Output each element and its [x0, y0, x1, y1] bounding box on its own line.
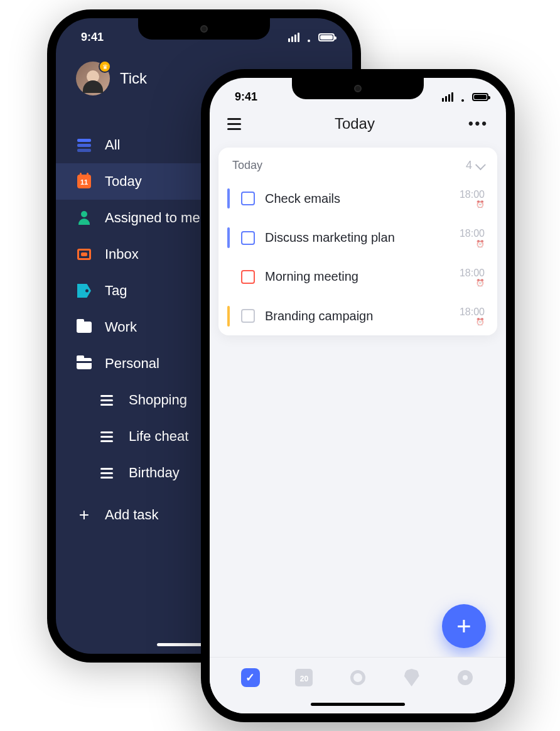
calendar-icon: 20	[295, 669, 313, 686]
task-row[interactable]: Branding campaign18:00⏰	[218, 296, 497, 335]
section-count: 4	[466, 159, 472, 172]
add-task-label: Add task	[105, 507, 159, 523]
task-list: Check emails18:00⏰Discuss marketing plan…	[218, 178, 497, 335]
menu-label: Today	[105, 173, 142, 190]
reminder-icon: ⏰	[460, 279, 485, 287]
cellular-icon	[288, 33, 299, 42]
reminder-icon: ⏰	[460, 318, 485, 326]
priority-bar-icon	[227, 267, 230, 287]
home-indicator-icon[interactable]	[311, 703, 405, 706]
cellular-icon	[442, 92, 453, 102]
tag-icon	[76, 283, 92, 299]
task-time: 18:00⏰	[460, 306, 485, 326]
plus-icon: +	[456, 612, 471, 641]
person-icon	[76, 210, 92, 226]
task-label: Check emails	[265, 192, 450, 206]
battery-icon	[472, 93, 488, 101]
add-fab-button[interactable]: +	[442, 604, 486, 648]
menu-label: Life cheat	[129, 428, 188, 445]
section-label: Today	[232, 159, 262, 172]
folder-icon	[76, 319, 92, 335]
page-title: Today	[241, 115, 468, 133]
phone-front-screen: 9:41 Today ••• Today 4 Check emails18:00…	[210, 78, 506, 713]
gear-icon	[458, 670, 473, 685]
task-label: Morning meeting	[265, 269, 450, 284]
list-icon	[99, 392, 115, 408]
notch-icon	[292, 78, 424, 99]
menu-label: Birthday	[129, 465, 180, 481]
task-checkbox[interactable]	[241, 309, 255, 323]
priority-bar-icon	[227, 227, 230, 247]
task-time: 18:00⏰	[460, 267, 485, 287]
notch-icon	[138, 18, 270, 40]
menu-label: Inbox	[105, 246, 139, 263]
wifi-icon	[303, 33, 315, 42]
task-checkbox[interactable]	[241, 192, 255, 205]
premium-badge-icon: ♛	[99, 60, 111, 73]
task-time: 18:00⏰	[460, 227, 485, 247]
task-label: Discuss marketing plan	[265, 230, 450, 245]
chevron-down-icon	[475, 160, 486, 170]
tab-calendar[interactable]: 20	[293, 666, 315, 689]
reminder-icon: ⏰	[460, 200, 485, 208]
menu-label: Assigned to me	[105, 210, 200, 226]
task-checkbox[interactable]	[241, 231, 255, 245]
task-checkbox[interactable]	[241, 270, 255, 284]
menu-label: All	[105, 137, 120, 153]
menu-button[interactable]	[227, 118, 241, 130]
tab-settings[interactable]	[454, 666, 477, 689]
list-icon	[99, 465, 115, 481]
plus-icon: +	[76, 506, 92, 524]
card-header[interactable]: Today 4	[218, 148, 497, 178]
priority-bar-icon	[227, 188, 230, 208]
task-row[interactable]: Check emails18:00⏰	[218, 178, 497, 217]
calendar-today-icon	[76, 173, 92, 190]
task-row[interactable]: Discuss marketing plan18:00⏰	[218, 217, 497, 256]
avatar[interactable]: ♛	[76, 62, 110, 95]
topbar: Today •••	[210, 104, 506, 143]
check-icon: ✓	[241, 668, 260, 687]
status-time: 9:41	[235, 90, 257, 104]
target-icon	[350, 670, 365, 685]
status-time: 9:41	[81, 31, 104, 44]
inbox-icon	[76, 246, 92, 263]
stack-icon	[76, 137, 92, 153]
tab-focus[interactable]	[347, 666, 369, 689]
menu-label: Tag	[105, 283, 127, 299]
task-time: 18:00⏰	[460, 188, 485, 208]
status-icons	[288, 33, 335, 42]
task-row[interactable]: Morning meeting18:00⏰	[218, 257, 497, 296]
menu-label: Personal	[105, 355, 159, 372]
folder-open-icon	[76, 355, 92, 372]
phone-front-frame: 9:41 Today ••• Today 4 Check emails18:00…	[201, 69, 515, 722]
list-icon	[99, 428, 115, 445]
priority-bar-icon	[227, 306, 230, 326]
wifi-icon	[457, 93, 468, 102]
tab-tasks[interactable]: ✓	[239, 666, 262, 689]
task-label: Branding campaign	[265, 309, 450, 323]
tab-location[interactable]	[401, 666, 423, 689]
menu-label: Work	[105, 319, 137, 335]
status-icons	[442, 92, 488, 102]
today-card: Today 4 Check emails18:00⏰Discuss market…	[218, 148, 497, 335]
menu-label: Shopping	[129, 392, 187, 408]
app-name: Tick	[120, 70, 147, 87]
reminder-icon: ⏰	[460, 240, 485, 248]
battery-icon	[318, 33, 335, 41]
pin-icon	[404, 669, 419, 686]
more-button[interactable]: •••	[468, 116, 488, 132]
